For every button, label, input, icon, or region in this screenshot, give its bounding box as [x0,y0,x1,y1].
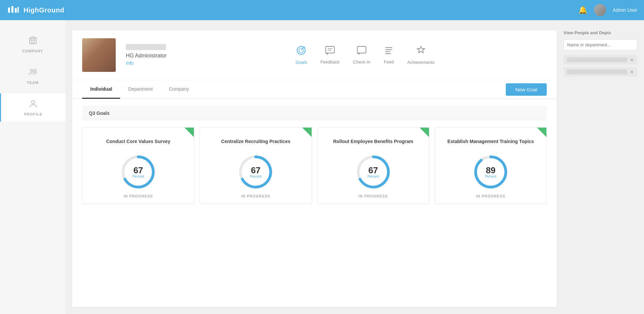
svg-point-9 [34,70,36,72]
progress-circle-0: 67 Percent [121,155,155,189]
goal-status-1: IN PROGRESS [241,194,270,198]
goals-header: Q3 Goals [82,106,547,121]
progress-number-2: 67 [367,166,379,175]
right-panel-title: View People and Depts [564,30,637,35]
feed-icon [384,46,393,57]
goal-status-0: IN PROGRESS [123,194,153,198]
profile-name-blur [126,44,166,50]
logo-icon [7,3,20,17]
svg-rect-17 [357,46,366,53]
new-goal-button[interactable]: New Goal [506,83,547,96]
checkin-icon [357,46,367,57]
notification-icon[interactable]: 🔔 [578,6,587,14]
progress-inner-3: 89 Percent [485,166,496,178]
team-icon [28,67,38,79]
sidebar-item-team[interactable]: TEAM [0,62,65,90]
progress-inner-0: 67 Percent [132,166,144,178]
goal-cards: Conduct Core Values Survey 67 Percent IN… [82,127,547,204]
tag-text-1 [567,57,627,62]
sidebar-item-company-label: COMPANY [22,49,43,53]
goals-icon [296,45,306,58]
nav-item-achievements[interactable]: Achievements [407,45,435,65]
goal-badge-3 [537,128,546,137]
goal-title-1: Centralize Recruiting Practices [221,134,290,148]
nav-item-feed[interactable]: Feed [384,46,394,64]
svg-rect-14 [326,46,334,53]
goal-title-2: Rollout Employee Benefits Program [333,134,413,148]
sidebar-item-profile[interactable]: PROFILE [0,93,65,122]
nav-checkin-label: Check-In [353,59,370,64]
nav-item-checkin[interactable]: Check-In [353,46,370,64]
goal-card-3[interactable]: Establish Management Training Topics 89 … [435,127,547,204]
achievements-icon [416,45,426,58]
main-content: HG Administrator Info [65,20,644,314]
tag-close-2[interactable]: ✕ [630,69,634,75]
avatar[interactable] [594,4,606,16]
tab-department[interactable]: Department [120,80,161,99]
progress-circle-1: 67 Percent [239,155,272,189]
progress-label-3: Percent [485,175,496,178]
sidebar: COMPANY TEAM PROFILE [0,20,65,314]
tab-company[interactable]: Company [161,80,197,99]
profile-info: HG Administrator Info [126,44,167,66]
goal-status-3: IN PROGRESS [476,194,505,198]
svg-rect-4 [30,38,36,44]
progress-circle-2: 67 Percent [357,155,390,189]
svg-rect-6 [34,40,35,41]
nav-item-goals[interactable]: Goals [296,45,307,65]
svg-point-10 [32,100,35,104]
feedback-icon [325,46,335,57]
sidebar-item-team-label: TEAM [27,81,39,85]
main-layout: COMPANY TEAM PROFILE [0,20,644,314]
profile-header: HG Administrator Info [72,30,557,80]
people-search-input[interactable] [564,39,637,50]
progress-number-0: 67 [132,166,144,175]
progress-number-3: 89 [485,166,496,175]
profile-name: HG Administrator [126,53,167,59]
sidebar-item-profile-label: PROFILE [24,112,43,116]
tab-individual[interactable]: Individual [82,80,120,99]
tabs-section: Individual Department Company New Goal [72,80,557,99]
goal-status-2: IN PROGRESS [359,194,388,198]
goal-card-1[interactable]: Centralize Recruiting Practices 67 Perce… [200,127,312,204]
goal-title-0: Conduct Core Values Survey [106,134,170,148]
goal-badge-1 [302,128,312,137]
goal-badge-2 [420,128,429,137]
logo: HighGround [7,3,64,17]
progress-inner-1: 67 Percent [250,166,261,178]
nav-feed-label: Feed [384,59,394,64]
sidebar-item-company[interactable]: COMPANY [0,30,65,58]
profile-avatar [82,38,116,72]
tag-item-2: ✕ [564,67,637,77]
progress-label-2: Percent [367,175,379,178]
goals-section: Q3 Goals Conduct Core Values Survey 67 P… [72,99,557,211]
svg-rect-0 [8,7,10,13]
center-panel: HG Administrator Info [72,30,557,307]
nav-feedback-label: Feedback [320,59,339,64]
progress-number-1: 67 [250,166,261,175]
goal-card-2[interactable]: Rollout Employee Benefits Program 67 Per… [317,127,429,204]
nav-item-feedback[interactable]: Feedback [320,46,339,64]
app-header: HighGround 🔔 Admin User [0,0,644,20]
tabs: Individual Department Company [82,80,197,99]
header-username: Admin User [613,7,637,13]
logo-text: HighGround [23,6,64,14]
svg-rect-5 [31,40,32,41]
nav-achievements-label: Achievements [407,60,435,65]
svg-rect-1 [11,6,13,13]
progress-circle-3: 89 Percent [474,155,507,189]
svg-rect-2 [15,8,17,13]
tag-close-1[interactable]: ✕ [630,57,634,62]
svg-rect-3 [17,7,19,13]
svg-point-8 [30,70,33,72]
progress-inner-2: 67 Percent [367,166,379,178]
company-icon [28,36,38,47]
profile-icon [29,99,38,110]
profile-info-link[interactable]: Info [126,60,133,66]
profile-nav: Goals Feedback [183,45,547,65]
tag-text-2 [567,70,627,74]
goal-card-0[interactable]: Conduct Core Values Survey 67 Percent IN… [82,127,194,204]
goal-badge-0 [184,128,194,137]
goal-title-3: Establish Management Training Topics [447,134,534,148]
tag-item-1: ✕ [564,55,637,64]
